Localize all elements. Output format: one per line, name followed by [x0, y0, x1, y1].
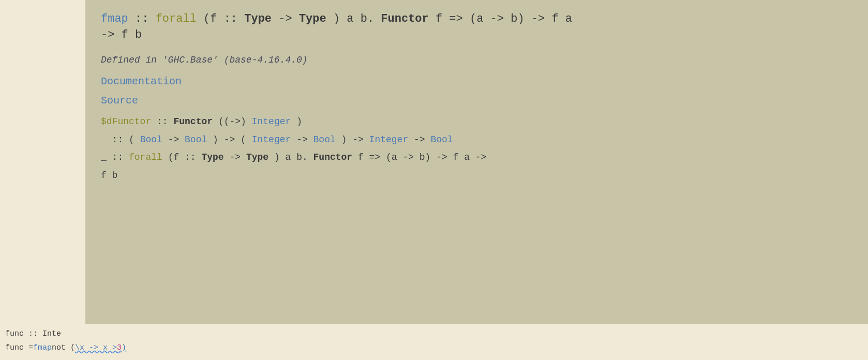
documentation-heading[interactable]: Documentation [101, 76, 852, 87]
type-keyword3: Type [201, 152, 223, 162]
type-keyword2: Type [299, 12, 326, 25]
defined-in: Defined in 'GHC.Base' (base-4.16.4.0) [101, 55, 852, 65]
bottom-lines: func :: Inte func = fmap not ( \x -> x >… [0, 324, 868, 360]
func-body-prefix: func = [5, 341, 33, 355]
bool-arrow3: -> [414, 134, 430, 145]
bool-type1: Bool [140, 134, 162, 145]
functor-keyword1: Functor [381, 12, 428, 25]
func-body-lambda: \x -> x > [75, 341, 117, 355]
dfunctor-close: ) [296, 116, 302, 127]
bool-type2: Bool [185, 134, 207, 145]
sig-rest1: f => (a -> b) -> f a [436, 12, 572, 25]
dfunctor-name: $dFunctor [101, 116, 151, 127]
sig-rest2: -> f b [101, 28, 142, 41]
forall-keyword2: forall [129, 152, 162, 162]
underscore1: _ :: ( [101, 134, 134, 145]
page-wrapper: fmap :: forall (f :: Type -> Type ) a b.… [0, 0, 868, 360]
source-line-forall: _ :: forall (f :: Type -> Type ) a b. Fu… [101, 149, 852, 166]
type-keyword4: Type [246, 152, 268, 162]
func-body-fmap: fmap [33, 341, 52, 355]
dfunctor-arrow-type: ((->) [218, 116, 252, 127]
source-line-dfunctor: $dFunctor :: Functor ((->) Integer ) [101, 114, 852, 130]
dfunctor-sep: :: [157, 116, 173, 127]
bool-sep1: ) -> ( [213, 134, 246, 145]
integer-type1: Integer [252, 116, 291, 127]
integer-type2: Integer [252, 134, 291, 145]
sig-sep1: :: [135, 12, 156, 25]
forall-ab2: ) a b. [274, 152, 313, 162]
underscore2: _ :: [101, 152, 129, 162]
bool-arrow1: -> [168, 134, 185, 145]
type-sig-line2: -> f b [101, 26, 852, 43]
sig-ab: ) a b. [333, 12, 381, 25]
left-panel [0, 0, 85, 324]
func-type-text: func :: Inte [5, 329, 61, 338]
functor-keyword2: Functor [173, 116, 213, 127]
source-line-bool: _ :: ( Bool -> Bool ) -> ( Integer -> Bo… [101, 132, 852, 148]
bool-type3: Bool [313, 134, 336, 145]
forall-rest: f => (a -> b) -> f a -> [358, 152, 486, 162]
fb-text: f b [101, 170, 117, 181]
func-type-line: func :: Inte [5, 327, 868, 341]
bool-sep2: ) -> [341, 134, 369, 145]
sig-f-type-open: (f :: [203, 12, 244, 25]
integer-type3: Integer [369, 134, 409, 145]
func-body-not: not ( [52, 341, 75, 355]
forall-arrow1: -> [229, 152, 246, 162]
bool-type4: Bool [430, 134, 453, 145]
func-body-number: 3 [117, 341, 122, 355]
right-panel: fmap :: forall (f :: Type -> Type ) a b.… [85, 0, 868, 324]
type-sig-line1: fmap :: forall (f :: Type -> Type ) a b.… [101, 10, 852, 27]
source-heading[interactable]: Source [101, 95, 852, 107]
type-keyword1: Type [244, 12, 272, 25]
sig-arrow1: -> [278, 12, 299, 25]
forall-keyword: forall [156, 12, 197, 25]
source-entries: $dFunctor :: Functor ((->) Integer ) _ :… [101, 114, 852, 183]
func-body-close-paren: ) [122, 341, 126, 355]
functor-keyword3: Functor [313, 152, 353, 162]
func-body-line: func = fmap not ( \x -> x > 3 ) [5, 341, 868, 355]
source-line-fb: f b [101, 168, 852, 184]
bool-arrow2: -> [296, 134, 313, 145]
fmap-keyword: fmap [101, 12, 128, 25]
top-section: fmap :: forall (f :: Type -> Type ) a b.… [0, 0, 868, 324]
forall-f-open: (f :: [168, 152, 202, 162]
